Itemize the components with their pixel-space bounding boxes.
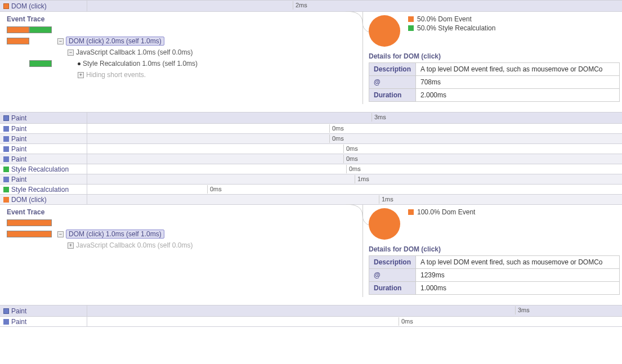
trace-line[interactable]: −DOM (click) 1.0ms (self 1.0ms) bbox=[7, 230, 363, 239]
trace-bar-segment bbox=[29, 26, 52, 33]
ms-label: 0ms bbox=[346, 165, 361, 173]
trace-bar-segment bbox=[7, 26, 29, 33]
details-value: 708ms bbox=[416, 76, 620, 89]
legend-item: 50.0% Style Recalculation bbox=[408, 24, 495, 32]
details-heading: Details for DOM (click) bbox=[369, 245, 620, 253]
trace-line[interactable]: −JavaScript Callback 1.0ms (self 0.0ms) bbox=[7, 48, 363, 57]
row-label-text: Paint bbox=[11, 125, 26, 133]
ms-label: 1ms bbox=[379, 195, 393, 204]
details-heading: Details for DOM (click) bbox=[369, 52, 620, 60]
details-value: 1.000ms bbox=[416, 282, 620, 295]
swatch-icon bbox=[3, 146, 9, 152]
details-table: DescriptionA top level DOM event fired, … bbox=[369, 62, 620, 102]
row-label: Paint bbox=[0, 174, 87, 184]
details-row: DescriptionA top level DOM event fired, … bbox=[369, 256, 620, 269]
row-bar-area: 2ms bbox=[87, 1, 622, 11]
trace-right: 50.0% Dom Event50.0% Style Recalculation… bbox=[363, 12, 622, 104]
swatch-icon bbox=[3, 308, 9, 314]
pie-legend-list: 50.0% Dom Event50.0% Style Recalculation bbox=[408, 15, 495, 32]
trace-line[interactable]: +Hiding short events. bbox=[7, 70, 363, 79]
row-label: Paint bbox=[0, 154, 87, 164]
details-key: Description bbox=[369, 63, 416, 76]
trace-line-bars bbox=[7, 37, 57, 46]
collapse-icon[interactable]: − bbox=[57, 231, 64, 237]
row-bar-area: 0ms bbox=[87, 154, 622, 164]
trace-left: Event Trace −DOM (click) 2.0ms (self 1.0… bbox=[0, 12, 363, 104]
details-key: @ bbox=[369, 76, 416, 89]
details-row: Duration1.000ms bbox=[369, 282, 620, 295]
row-bar-area: 0ms bbox=[87, 134, 622, 143]
swatch-icon bbox=[408, 25, 414, 31]
details-row: Duration2.000ms bbox=[369, 89, 620, 102]
ms-label: 0ms bbox=[329, 124, 344, 133]
swatch-icon bbox=[3, 167, 9, 172]
row-label: Paint bbox=[0, 113, 87, 123]
grid-header-row[interactable]: Paint 3ms bbox=[0, 112, 622, 123]
row-bar-area: 1ms bbox=[87, 195, 622, 204]
trace-line[interactable]: −DOM (click) 2.0ms (self 1.0ms) bbox=[7, 37, 363, 46]
grid-data-row[interactable]: Paint0ms bbox=[0, 316, 622, 326]
ms-label: 0ms bbox=[329, 134, 344, 143]
event-trace-title: Event Trace bbox=[7, 15, 363, 23]
row-label: Paint bbox=[0, 305, 87, 316]
row-label-text: DOM (click) bbox=[11, 2, 47, 10]
swatch-icon bbox=[408, 16, 414, 22]
grid-data-row[interactable]: Style Recalculation0ms bbox=[0, 184, 622, 194]
trace-line-bars bbox=[7, 70, 57, 79]
trace-line-label: JavaScript Callback 0.0ms (self 0.0ms) bbox=[76, 241, 193, 249]
row-bar-area: 1ms bbox=[87, 174, 622, 184]
grid-data-row[interactable]: Paint0ms bbox=[0, 143, 622, 154]
trace-line-text: +Hiding short events. bbox=[57, 70, 146, 80]
ms-label: 3ms bbox=[515, 306, 530, 314]
grid-data-row[interactable]: Paint0ms bbox=[0, 133, 622, 143]
row-label-text: Style Recalculation bbox=[11, 186, 69, 194]
trace-summary-bar bbox=[7, 218, 363, 227]
details-row: DescriptionA top level DOM event fired, … bbox=[369, 63, 620, 76]
grid-data-row[interactable]: DOM (click)1ms bbox=[0, 194, 622, 204]
details-row: @708ms bbox=[369, 76, 620, 89]
grid-data-row[interactable]: Paint1ms bbox=[0, 174, 622, 184]
trace-line-bars bbox=[7, 48, 57, 57]
trace-bar-segment bbox=[7, 38, 29, 44]
trace-line[interactable]: +JavaScript Callback 0.0ms (self 0.0ms) bbox=[7, 241, 363, 250]
legend-item: 100.0% Dom Event bbox=[408, 208, 475, 216]
expand-icon[interactable]: + bbox=[78, 72, 84, 78]
row-label: Paint bbox=[0, 317, 87, 326]
grid-data-row[interactable]: Paint0ms bbox=[0, 154, 622, 164]
row-bar-area: 0ms bbox=[87, 124, 622, 133]
swatch-icon bbox=[3, 3, 9, 9]
trace-line-bars bbox=[7, 241, 57, 250]
row-bar-area: 0ms bbox=[87, 164, 622, 174]
pie-chart bbox=[369, 208, 400, 240]
trace-line-label: Style Recalculation 1.0ms (self 1.0ms) bbox=[83, 60, 198, 68]
legend-item: 50.0% Dom Event bbox=[408, 15, 495, 23]
row-label-text: Paint bbox=[11, 114, 26, 122]
expand-icon[interactable]: + bbox=[68, 242, 74, 249]
grid-data-row[interactable]: Paint0ms bbox=[0, 123, 622, 133]
trace-line-label: Hiding short events. bbox=[86, 71, 146, 79]
grid-panel-3: Paint 3ms Paint0ms bbox=[0, 305, 622, 326]
trace-line-label: DOM (click) 2.0ms (self 1.0ms) bbox=[66, 37, 164, 46]
row-label-text: DOM (click) bbox=[11, 196, 47, 204]
grid-header-row[interactable]: Paint 3ms bbox=[0, 305, 622, 316]
row-bar-area: 0ms bbox=[87, 317, 622, 326]
spacer bbox=[0, 297, 622, 305]
details-key: Description bbox=[369, 256, 416, 269]
trace-bar-segment bbox=[29, 60, 52, 67]
pie-legend: 50.0% Dom Event50.0% Style Recalculation bbox=[369, 15, 620, 47]
ms-label: 0ms bbox=[399, 317, 413, 326]
trace-bar-segment bbox=[7, 219, 52, 226]
details-value: A top level DOM event fired, such as mou… bbox=[416, 256, 620, 269]
spacer bbox=[0, 104, 622, 112]
trace-left: Event Trace −DOM (click) 1.0ms (self 1.0… bbox=[0, 205, 363, 297]
trace-line[interactable]: Style Recalculation 1.0ms (self 1.0ms) bbox=[7, 59, 363, 68]
grid-header-row[interactable]: DOM (click) 2ms bbox=[0, 0, 622, 11]
details-key: Duration bbox=[369, 282, 416, 295]
trace-bar-segment bbox=[7, 231, 52, 237]
grid-data-row[interactable]: Style Recalculation0ms bbox=[0, 164, 622, 174]
collapse-icon[interactable]: − bbox=[68, 50, 74, 56]
trace-right: 100.0% Dom Event Details for DOM (click)… bbox=[363, 205, 622, 297]
pie-legend-list: 100.0% Dom Event bbox=[408, 208, 475, 216]
collapse-icon[interactable]: − bbox=[57, 38, 64, 44]
details-row: @1239ms bbox=[369, 269, 620, 282]
